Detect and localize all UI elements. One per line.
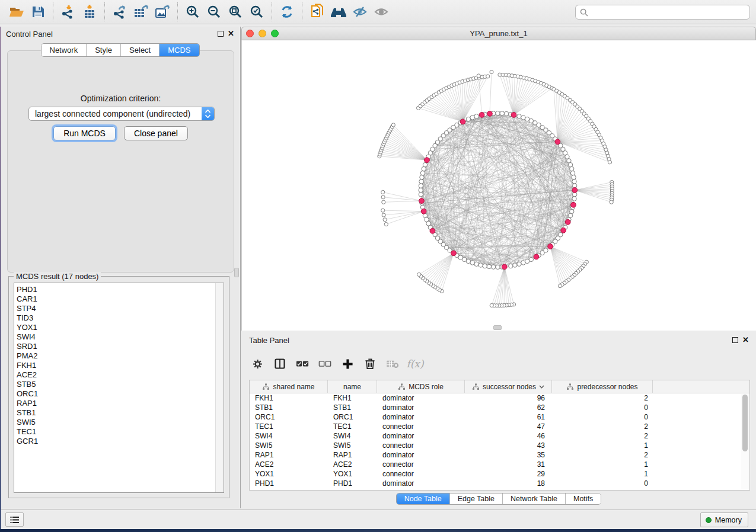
ring-node[interactable] [470, 116, 474, 120]
result-node-item[interactable]: SRD1 [17, 342, 224, 351]
run-mcds-button[interactable]: Run MCDS [53, 126, 116, 140]
share-document-button[interactable] [307, 2, 328, 22]
ring-node[interactable] [525, 259, 529, 263]
ring-node[interactable] [572, 180, 576, 184]
select-all-button[interactable] [292, 354, 312, 373]
leaf-node[interactable] [382, 200, 385, 204]
ring-node[interactable] [517, 262, 521, 266]
column-header-MCDS-role[interactable]: MCDS role [377, 380, 465, 393]
float-table-panel-button[interactable] [732, 337, 738, 343]
network-graph[interactable] [241, 40, 756, 331]
leaf-node[interactable] [608, 161, 611, 164]
mcds-hub-node[interactable] [460, 119, 465, 124]
ring-node[interactable] [474, 114, 479, 118]
export-network-button[interactable] [109, 2, 130, 22]
leaf-node[interactable] [558, 284, 562, 288]
open-file-button[interactable] [6, 2, 27, 22]
tab-mcds[interactable]: MCDS [160, 44, 199, 56]
result-node-item[interactable]: CAR1 [17, 294, 224, 304]
table-scrollbar-thumb[interactable] [742, 395, 748, 451]
result-node-item[interactable]: ACE2 [17, 370, 224, 380]
ring-node[interactable] [419, 180, 423, 184]
criterion-dropdown[interactable]: largest connected component (undirected) [28, 107, 215, 121]
ring-node[interactable] [568, 162, 572, 166]
result-node-item[interactable]: ORC1 [17, 389, 224, 399]
ring-node[interactable] [487, 264, 491, 268]
tab-style[interactable]: Style [87, 44, 121, 56]
result-list-scrollbar[interactable] [215, 283, 224, 492]
ring-node[interactable] [474, 262, 479, 266]
ring-node[interactable] [521, 116, 525, 120]
mcds-hub-node[interactable] [511, 113, 516, 118]
import-table-button[interactable] [79, 2, 100, 22]
mcds-hub-node[interactable] [565, 219, 570, 225]
mcds-hub-node[interactable] [451, 251, 457, 256]
result-node-item[interactable]: TEC1 [17, 427, 224, 437]
ring-node[interactable] [466, 117, 470, 121]
add-button[interactable] [337, 354, 358, 373]
mcds-hub-node[interactable] [487, 111, 493, 116]
leaf-node[interactable] [490, 303, 493, 307]
result-node-item[interactable]: STB5 [17, 380, 224, 389]
ring-node[interactable] [492, 265, 496, 269]
result-node-item[interactable]: PMA2 [17, 351, 224, 361]
refresh-button[interactable] [276, 2, 298, 22]
ring-node[interactable] [479, 263, 483, 267]
result-node-item[interactable]: SWI4 [17, 332, 224, 342]
result-node-item[interactable]: STB1 [17, 408, 224, 418]
ring-node[interactable] [517, 114, 521, 118]
delete-button[interactable] [360, 354, 380, 373]
leaf-node[interactable] [381, 196, 385, 199]
ring-node[interactable] [420, 175, 424, 180]
vertical-splitter[interactable] [239, 27, 241, 508]
table-row[interactable]: STB1STB1dominator620 [250, 403, 749, 412]
ring-node[interactable] [419, 184, 423, 188]
leaf-node[interactable] [381, 190, 385, 194]
ring-node[interactable] [567, 159, 571, 163]
mcds-hub-node[interactable] [572, 188, 578, 193]
vertical-splitter-grip[interactable] [234, 268, 239, 277]
close-panel-icon-button[interactable]: ✕ [228, 31, 234, 37]
leaf-node[interactable] [490, 70, 493, 73]
zoom-fit-button[interactable] [225, 2, 246, 22]
delete-table-button[interactable] [382, 354, 403, 373]
search-network-button[interactable] [328, 2, 349, 22]
table-row[interactable]: TEC1TEC1connector472 [250, 422, 749, 431]
mcds-hub-node[interactable] [571, 202, 576, 207]
leaf-node[interactable] [383, 218, 387, 222]
leaf-node[interactable] [477, 74, 480, 78]
network-window-titlebar[interactable]: YPA_prune.txt_1 [241, 27, 756, 40]
result-node-item[interactable]: YOX1 [17, 323, 224, 332]
settings-gear-button[interactable] [247, 354, 267, 373]
column-header-successor-nodes[interactable]: successor nodes [465, 380, 552, 393]
mcds-hub-node[interactable] [425, 158, 430, 163]
network-search-box[interactable] [575, 5, 750, 20]
mcds-result-list[interactable]: PHD1CAR1STP4TID3YOX1SWI4SRD1PMA2FKH1ACE2… [14, 283, 224, 493]
ring-node[interactable] [509, 264, 513, 268]
tab-edge-table[interactable]: Edge Table [450, 493, 503, 504]
ring-node[interactable] [570, 171, 575, 175]
close-panel-button[interactable]: Close panel [124, 126, 188, 140]
tab-select[interactable]: Select [121, 44, 160, 56]
leaf-node[interactable] [381, 209, 385, 212]
ring-node[interactable] [483, 264, 487, 268]
ring-node[interactable] [521, 261, 525, 265]
ring-node[interactable] [572, 197, 576, 201]
table-row[interactable]: SWI5SWI5connector431 [250, 441, 749, 450]
zoom-selected-button[interactable] [246, 2, 267, 22]
ring-node[interactable] [496, 265, 500, 269]
float-panel-button[interactable] [218, 31, 224, 37]
mcds-hub-node[interactable] [479, 113, 484, 118]
horizontal-splitter-grip[interactable] [493, 325, 502, 330]
ring-node[interactable] [504, 111, 508, 116]
table-row[interactable]: SWI4SWI4dominator462 [250, 431, 749, 441]
ring-node[interactable] [570, 166, 574, 171]
leaf-node[interactable] [610, 200, 613, 204]
mcds-hub-node[interactable] [419, 198, 425, 204]
mcds-hub-node[interactable] [548, 244, 553, 249]
column-header-predecessor-nodes[interactable]: predecessor nodes [552, 380, 653, 393]
mcds-hub-node[interactable] [421, 209, 426, 214]
deselect-all-button[interactable] [315, 354, 335, 373]
save-session-button[interactable] [27, 2, 49, 22]
leaf-node[interactable] [382, 213, 385, 217]
